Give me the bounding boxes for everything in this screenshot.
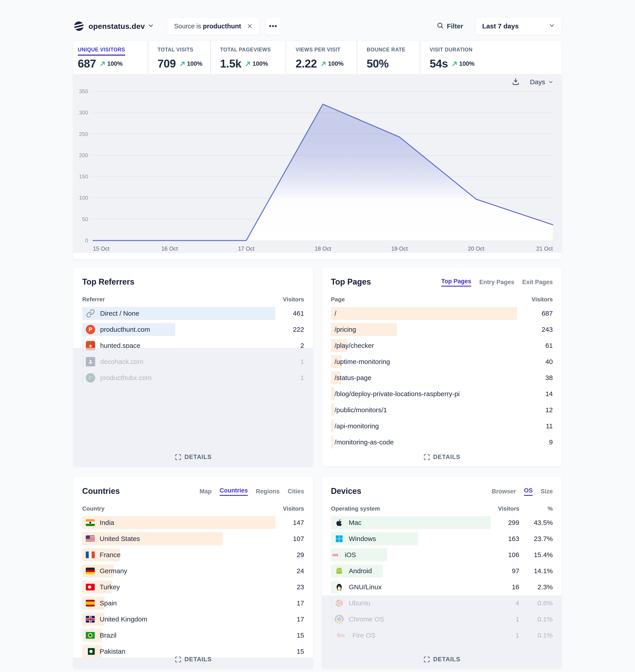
row-visitors: 11 <box>526 422 553 430</box>
row-label[interactable]: /blog/deploy-private-locations-raspberry… <box>334 390 526 398</box>
remove-filter-icon[interactable] <box>247 23 253 29</box>
table-row[interactable]: fireFire OS10.1% <box>331 629 553 642</box>
chevron-down-icon[interactable] <box>148 22 154 30</box>
table-row[interactable]: /monitoring-as-code9 <box>331 436 553 449</box>
date-range-select[interactable]: Last 7 days <box>476 17 562 35</box>
table-row[interactable]: Mac29943.5% <box>331 516 553 529</box>
table-row[interactable]: Windows16323.7% <box>331 532 553 545</box>
table-row[interactable]: ◆hunted.space2 <box>82 339 304 352</box>
table-row[interactable]: /687 <box>331 307 553 320</box>
table-row[interactable]: Chrome OS10.1% <box>331 613 553 626</box>
tab-map[interactable]: Map <box>199 488 212 496</box>
more-filters-button[interactable]: ••• <box>265 17 281 35</box>
table-row[interactable]: /pricing243 <box>331 323 553 336</box>
details-button[interactable]: DETAILS <box>322 454 562 461</box>
row-label[interactable]: /uptime-monitoring <box>334 358 526 365</box>
tab-os[interactable]: OS <box>524 487 533 496</box>
interval-select[interactable]: Days <box>530 78 554 86</box>
table-row[interactable]: Brazil15 <box>82 629 304 642</box>
table-row[interactable]: France29 <box>82 548 304 561</box>
tab-regions[interactable]: Regions <box>256 488 280 496</box>
table-row[interactable]: Pproducthubx.com1 <box>82 371 304 384</box>
row-label[interactable]: United Kingdom <box>100 615 277 623</box>
table-row[interactable]: /blog/deploy-private-locations-raspberry… <box>331 387 553 400</box>
row-label[interactable]: Windows <box>349 535 492 543</box>
row-label[interactable]: /pricing <box>334 326 526 333</box>
table-row[interactable]: Android9714.1% <box>331 565 553 578</box>
metric-visit-duration[interactable]: VISIT DURATION54s100% <box>420 41 489 74</box>
table-row[interactable]: /public/monitors/112 <box>331 403 553 417</box>
row-label[interactable]: iOS <box>345 551 492 559</box>
tab-countries[interactable]: Countries <box>220 487 248 496</box>
table-row[interactable]: United States107 <box>82 532 304 545</box>
tab-browser[interactable]: Browser <box>492 488 516 496</box>
tab-cities[interactable]: Cities <box>288 488 304 496</box>
table-row[interactable]: United Kingdom17 <box>82 613 304 626</box>
tab-top-pages[interactable]: Top Pages <box>441 278 472 287</box>
tab-exit-pages[interactable]: Exit Pages <box>522 279 553 287</box>
tab-entry-pages[interactable]: Entry Pages <box>479 279 514 287</box>
table-row[interactable]: GNU/Linux162.3% <box>331 581 553 593</box>
row-label[interactable]: Turkey <box>100 583 277 591</box>
row-label[interactable]: /play/checker <box>334 342 526 350</box>
details-button[interactable]: DETAILS <box>73 454 313 461</box>
column-label: Page <box>331 296 526 303</box>
row-label[interactable]: hunted.space <box>100 342 277 350</box>
row-label[interactable]: India <box>100 519 277 526</box>
row-label[interactable]: /api-monitoring <box>334 422 526 430</box>
row-label[interactable]: Pakistan <box>100 648 277 655</box>
table-row[interactable]: decohack.com1 <box>82 355 304 368</box>
row-label[interactable]: Fire OS <box>352 632 492 639</box>
download-icon[interactable] <box>512 78 520 86</box>
row-label[interactable]: Germany <box>100 567 277 575</box>
metric-total-visits[interactable]: TOTAL VISITS709100% <box>148 41 210 74</box>
details-button[interactable]: DETAILS <box>73 656 313 663</box>
metric-views-per-visit[interactable]: VIEWS PER VISIT2.22100% <box>286 41 357 74</box>
filter-button[interactable]: Filter <box>437 22 463 30</box>
row-label[interactable]: Ubuntu <box>349 599 492 607</box>
metric-change: 100% <box>452 60 475 67</box>
row-label[interactable]: /status-page <box>334 374 526 382</box>
table-row[interactable]: Pproducthunt.com222 <box>82 323 304 336</box>
site-name[interactable]: openstatus.dev <box>88 22 145 30</box>
table-row[interactable]: Direct / None461 <box>82 307 304 320</box>
row-percent: 2.3% <box>519 583 553 591</box>
row-label[interactable]: producthubx.com <box>100 374 277 382</box>
table-row[interactable]: /uptime-monitoring40 <box>331 355 553 368</box>
metric-value: 54s <box>430 57 448 70</box>
row-label[interactable]: /public/monitors/1 <box>334 406 526 414</box>
row-label[interactable]: France <box>100 551 277 559</box>
table-row[interactable]: India147 <box>82 516 304 529</box>
table-row[interactable]: /api-monitoring11 <box>331 420 553 433</box>
line-chart[interactable]: 05010015020025030035015 Oct16 Oct17 Oct1… <box>73 74 562 259</box>
row-label[interactable]: / <box>334 310 526 317</box>
table-row[interactable]: Ubuntu40.6% <box>331 597 553 610</box>
details-button[interactable]: DETAILS <box>322 656 562 663</box>
row-percent: 14.1% <box>519 567 553 575</box>
row-label[interactable]: Chrome OS <box>349 615 492 623</box>
table-row[interactable]: iOSiOS10615.4% <box>331 548 553 561</box>
row-label[interactable]: United States <box>100 535 277 543</box>
table-row[interactable]: Turkey23 <box>82 581 304 593</box>
row-label[interactable]: /monitoring-as-code <box>334 438 526 446</box>
row-label[interactable]: Direct / None <box>100 310 277 317</box>
panel-title: Countries <box>82 486 120 496</box>
table-row[interactable]: Spain17 <box>82 597 304 610</box>
table-row[interactable]: Germany24 <box>82 565 304 578</box>
tab-size[interactable]: Size <box>541 488 553 496</box>
row-label[interactable]: Android <box>349 567 492 575</box>
metric-unique-visitors[interactable]: UNIQUE VISITORS687100% <box>73 41 148 74</box>
metric-total-pageviews[interactable]: TOTAL PAGEVIEWS1.5k100% <box>210 41 286 74</box>
row-label[interactable]: Spain <box>100 599 277 607</box>
row-label[interactable]: decohack.com <box>100 358 277 365</box>
row-label[interactable]: producthunt.com <box>100 326 277 333</box>
row-label[interactable]: Brazil <box>100 632 277 639</box>
row-label[interactable]: GNU/Linux <box>349 583 492 591</box>
row-label[interactable]: Mac <box>349 519 492 526</box>
table-row[interactable]: /play/checker61 <box>331 339 553 352</box>
metric-bounce-rate[interactable]: BOUNCE RATE50% <box>357 41 420 74</box>
table-row[interactable]: /status-page38 <box>331 371 553 384</box>
trend-up-icon <box>452 61 458 67</box>
metric-change: 100% <box>245 60 268 67</box>
filter-pill-source[interactable]: Source is producthunt <box>167 17 260 35</box>
